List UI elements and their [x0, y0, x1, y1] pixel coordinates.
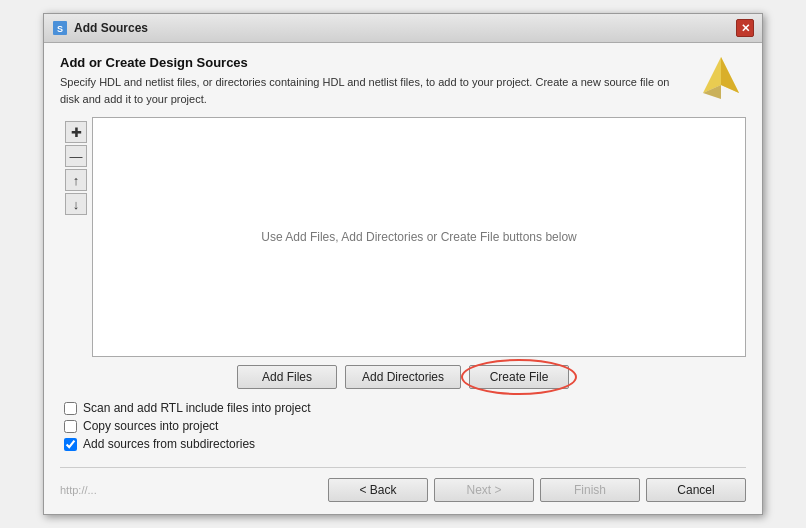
dialog-icon: S [52, 20, 68, 36]
checkboxes-section: Scan and add RTL include files into proj… [60, 401, 746, 451]
file-list-area: ✚ — ↑ ↓ Use Add Files, Add Directories o… [60, 117, 746, 357]
move-down-toolbar-button[interactable]: ↓ [65, 193, 87, 215]
back-button[interactable]: < Back [328, 478, 428, 502]
add-subdirectories-checkbox[interactable] [64, 438, 77, 451]
add-subdirectories-label: Add sources from subdirectories [83, 437, 255, 451]
scan-rtl-label: Scan and add RTL include files into proj… [83, 401, 310, 415]
add-directories-button[interactable]: Add Directories [345, 365, 461, 389]
next-button[interactable]: Next > [434, 478, 534, 502]
add-file-toolbar-button[interactable]: ✚ [65, 121, 87, 143]
header-description: Specify HDL and netlist files, or direct… [60, 74, 686, 107]
header-section: Add or Create Design Sources Specify HDL… [60, 55, 746, 107]
close-button[interactable]: ✕ [736, 19, 754, 37]
vivado-logo [699, 55, 744, 100]
footer-row: http://... < Back Next > Finish Cancel [60, 467, 746, 502]
up-icon: ↑ [73, 173, 80, 188]
svg-marker-3 [721, 57, 739, 93]
copy-sources-label: Copy sources into project [83, 419, 218, 433]
add-subdirectories-row: Add sources from subdirectories [64, 437, 746, 451]
header-title: Add or Create Design Sources [60, 55, 686, 70]
add-sources-dialog: S Add Sources ✕ Add or Create Design Sou… [43, 13, 763, 515]
cancel-button[interactable]: Cancel [646, 478, 746, 502]
side-toolbar: ✚ — ↑ ↓ [60, 117, 92, 357]
down-icon: ↓ [73, 197, 80, 212]
svg-text:S: S [57, 24, 63, 34]
move-up-toolbar-button[interactable]: ↑ [65, 169, 87, 191]
watermark-text: http://... [60, 484, 322, 496]
copy-sources-row: Copy sources into project [64, 419, 746, 433]
remove-file-toolbar-button[interactable]: — [65, 145, 87, 167]
copy-sources-checkbox[interactable] [64, 420, 77, 433]
file-list-placeholder: Use Add Files, Add Directories or Create… [261, 230, 576, 244]
add-icon: ✚ [71, 125, 82, 140]
title-bar: S Add Sources ✕ [44, 14, 762, 43]
action-buttons-row: Add Files Add Directories Create File [60, 365, 746, 389]
add-files-button[interactable]: Add Files [237, 365, 337, 389]
logo-area [696, 55, 746, 100]
scan-rtl-checkbox[interactable] [64, 402, 77, 415]
file-list-box: Use Add Files, Add Directories or Create… [92, 117, 746, 357]
finish-button[interactable]: Finish [540, 478, 640, 502]
create-file-button[interactable]: Create File [469, 365, 569, 389]
scan-rtl-row: Scan and add RTL include files into proj… [64, 401, 746, 415]
remove-icon: — [70, 149, 83, 164]
window-title: Add Sources [74, 21, 148, 35]
